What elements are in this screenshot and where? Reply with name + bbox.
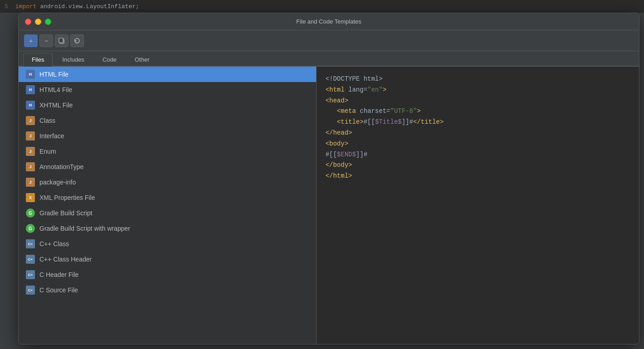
code-part-tag: </head> xyxy=(326,129,352,136)
file-label-class: Class xyxy=(39,117,55,124)
tab-includes[interactable]: Includes xyxy=(54,53,93,66)
code-part-plain: <!DOCTYPE html> xyxy=(326,75,383,82)
maximize-button[interactable] xyxy=(45,19,51,25)
file-label-gradle-build-wrapper: Gradle Build Script with wrapper xyxy=(39,225,130,232)
code-part-plain xyxy=(345,86,348,93)
code-part-plain: #[[ xyxy=(326,151,337,158)
code-part-var: $END$ xyxy=(337,151,356,158)
file-item-gradle-build-wrapper[interactable]: GGradle Build Script with wrapper xyxy=(19,221,316,236)
code-part-tag: <meta xyxy=(337,107,356,115)
file-icon-html: H xyxy=(26,85,35,94)
file-item-annotation-type[interactable]: JAnnotationType xyxy=(19,159,316,174)
code-line-3: <meta charset="UTF-8"> xyxy=(326,106,630,117)
file-icon-cpp: C+ xyxy=(26,239,35,248)
file-label-html4-file: HTML4 File xyxy=(39,86,72,93)
code-part-tag: </html> xyxy=(326,172,352,179)
file-list-panel: HHTML FileHHTML4 FileHXHTML FileJClassJI… xyxy=(19,67,317,344)
file-label-html-file: HTML File xyxy=(39,71,68,78)
file-item-c-source[interactable]: C+C Source File xyxy=(19,282,316,298)
dialog-title: File and Code Templates xyxy=(296,18,361,25)
file-item-xhtml-file[interactable]: HXHTML File xyxy=(19,97,316,113)
file-item-gradle-build[interactable]: GGradle Build Script xyxy=(19,205,316,221)
code-import-text: android.view.LayoutInflater; xyxy=(37,3,139,10)
tab-other[interactable]: Other xyxy=(126,53,158,66)
file-label-gradle-build: Gradle Build Script xyxy=(39,209,93,217)
file-label-package-info: package-info xyxy=(39,179,76,186)
content-area: HHTML FileHHTML4 FileHXHTML FileJClassJI… xyxy=(19,67,639,344)
file-label-annotation-type: AnnotationType xyxy=(39,163,83,170)
file-icon-java: J xyxy=(26,147,35,156)
line-number: 5 xyxy=(5,3,8,10)
code-part-str: "en" xyxy=(367,86,383,93)
file-label-cpp-class: C++ Class xyxy=(39,240,69,247)
svg-rect-1 xyxy=(59,38,63,43)
add-template-button[interactable]: + xyxy=(24,34,38,47)
file-item-interface[interactable]: JInterface xyxy=(19,128,316,144)
toolbar: + − xyxy=(19,30,639,51)
remove-template-button[interactable]: − xyxy=(39,34,53,47)
file-icon-cpp: C+ xyxy=(26,255,35,264)
code-line-5: </head> xyxy=(326,128,630,139)
tab-code[interactable]: Code xyxy=(94,53,125,66)
code-line-2: <head> xyxy=(326,96,630,107)
minimize-button[interactable] xyxy=(35,19,41,25)
file-icon-java: J xyxy=(26,162,35,171)
code-line-7: #[[$END$]]# xyxy=(326,150,630,160)
code-line-8: </body> xyxy=(326,160,630,171)
code-part-plain: charset= xyxy=(356,107,390,115)
tab-files[interactable]: Files xyxy=(23,53,53,67)
code-part-tag: > xyxy=(417,107,420,115)
code-part-plain xyxy=(326,118,337,126)
file-item-html-file[interactable]: HHTML File xyxy=(19,67,316,82)
file-icon-java: J xyxy=(26,116,35,125)
file-item-cpp-class[interactable]: C+C++ Class xyxy=(19,236,316,252)
file-label-c-header: C Header File xyxy=(39,271,78,278)
file-item-package-info[interactable]: Jpackage-info xyxy=(19,174,316,190)
copy-icon xyxy=(58,37,65,44)
code-part-tag: <head> xyxy=(326,97,348,104)
file-label-enum: Enum xyxy=(39,148,56,155)
file-item-c-header[interactable]: C+C Header File xyxy=(19,267,316,282)
file-icon-gradle: G xyxy=(26,224,35,233)
file-icon-xml: X xyxy=(26,193,35,202)
code-part-tag: </body> xyxy=(326,161,352,169)
file-icon-java: J xyxy=(26,131,35,141)
code-line-1: <html lang="en"> xyxy=(326,85,630,96)
copy-template-button[interactable] xyxy=(55,34,68,47)
file-label-c-source: C Source File xyxy=(39,286,78,294)
file-icon-html: H xyxy=(26,70,35,79)
code-part-tag: <title> xyxy=(337,118,364,126)
code-part-tag: </title> xyxy=(413,118,444,126)
code-part-tag: > xyxy=(383,86,386,93)
tabs-bar: Files Includes Code Other xyxy=(19,51,639,67)
file-item-cpp-class-header[interactable]: C+C++ Class Header xyxy=(19,252,316,267)
file-label-xhtml-file: XHTML File xyxy=(39,102,73,109)
code-part-plain xyxy=(326,107,337,115)
file-item-xml-properties[interactable]: XXML Properties File xyxy=(19,190,316,205)
reset-template-button[interactable] xyxy=(70,34,84,47)
dialog-window: File and Code Templates + − Files Includ… xyxy=(18,13,639,344)
code-part-plain: ]]# xyxy=(356,151,367,158)
code-part-tag: <body> xyxy=(326,140,348,147)
code-line-4: <title>#[[$Title$]]#</title> xyxy=(326,117,630,128)
title-bar: File and Code Templates xyxy=(19,13,639,30)
code-part-plain: lang= xyxy=(348,86,367,93)
file-item-class[interactable]: JClass xyxy=(19,113,316,128)
code-line-9: </html> xyxy=(326,171,630,182)
file-icon-c: C+ xyxy=(26,286,35,295)
file-icon-html: H xyxy=(26,101,35,110)
code-part-var: $Title$ xyxy=(375,118,402,126)
file-label-cpp-class-header: C++ Class Header xyxy=(39,256,92,263)
file-label-interface: Interface xyxy=(39,132,64,140)
code-editor-panel: <!DOCTYPE html><html lang="en"><head> <m… xyxy=(317,67,639,344)
traffic-lights xyxy=(25,19,51,25)
file-icon-java: J xyxy=(26,178,35,187)
file-item-html4-file[interactable]: HHTML4 File xyxy=(19,82,316,97)
close-button[interactable] xyxy=(25,19,31,25)
file-item-enum[interactable]: JEnum xyxy=(19,144,316,159)
code-line-6: <body> xyxy=(326,139,630,150)
reset-icon xyxy=(73,37,81,44)
code-keyword: import xyxy=(15,3,37,10)
code-line-0: <!DOCTYPE html> xyxy=(326,74,630,85)
file-icon-cpp: C+ xyxy=(26,270,35,279)
